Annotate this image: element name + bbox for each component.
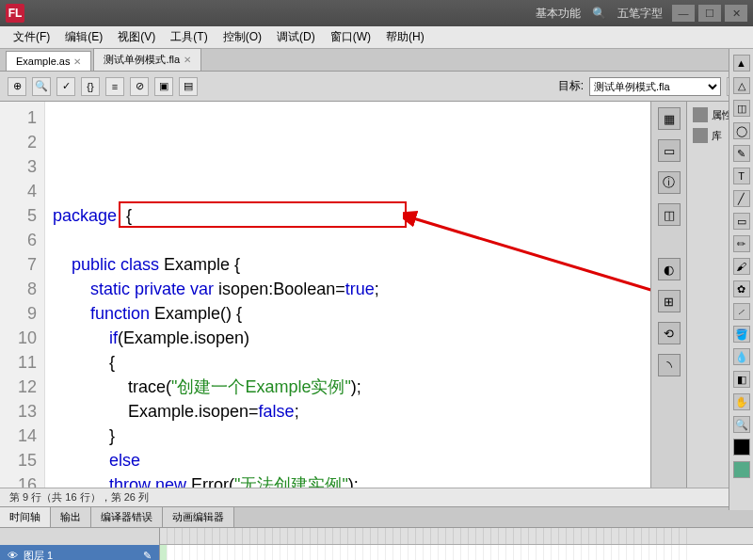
menu-item[interactable]: 编辑(E) bbox=[57, 26, 110, 48]
target-select[interactable]: 测试单例模式.fla bbox=[589, 77, 721, 96]
eyedropper-tool-icon[interactable]: 💧 bbox=[733, 348, 750, 365]
menubar: 文件(F)编辑(E)视图(V)工具(T)控制(O)调试(D)窗口(W)帮助(H) bbox=[0, 26, 753, 49]
lasso-tool-icon[interactable]: ◯ bbox=[733, 122, 750, 139]
library-icon bbox=[693, 128, 708, 143]
selection-tool-icon[interactable]: ▲ bbox=[733, 55, 750, 72]
menu-item[interactable]: 调试(D) bbox=[269, 26, 323, 48]
search-icon[interactable]: 🔍 bbox=[592, 7, 606, 20]
tool-add-icon[interactable]: ⊕ bbox=[8, 77, 26, 96]
code-line[interactable]: Example.isopen=false; bbox=[53, 399, 643, 424]
bottom-tab[interactable]: 时间轴 bbox=[0, 507, 51, 527]
side-icon-panel: ▦ ▭ ⓘ ◫ ◐ ⊞ ⟲ ৲ bbox=[651, 102, 687, 488]
tool-check-icon[interactable]: ✓ bbox=[56, 77, 75, 96]
bottom-tab[interactable]: 动画编辑器 bbox=[163, 507, 234, 527]
code-line[interactable]: package { bbox=[53, 203, 643, 228]
menu-item[interactable]: 文件(F) bbox=[6, 26, 57, 48]
eraser-tool-icon[interactable]: ◧ bbox=[733, 371, 750, 388]
tab-close-icon[interactable]: ✕ bbox=[184, 55, 191, 65]
statusbar: 第 9 行（共 16 行），第 26 列 bbox=[0, 488, 753, 506]
properties-icon bbox=[693, 107, 708, 122]
bottom-tabs: 时间轴输出编译器错误动画编辑器 bbox=[0, 506, 753, 527]
text-tool-icon[interactable]: T bbox=[733, 168, 750, 184]
code-line[interactable]: static private var isopen:Boolean=true; bbox=[53, 277, 643, 301]
bottom-tab[interactable]: 输出 bbox=[51, 507, 91, 527]
code-editor[interactable]: 12345678910111213141516 package { public… bbox=[0, 102, 651, 488]
document-tabs: Example.as✕测试单例模式.fla✕ bbox=[0, 49, 753, 72]
code-line[interactable]: { bbox=[53, 350, 643, 375]
code-line[interactable]: trace("创建一个Example实例"); bbox=[53, 375, 643, 399]
code-line[interactable]: if(Example.isopen) bbox=[53, 326, 643, 350]
code-line[interactable]: function Example() { bbox=[53, 301, 643, 326]
code-line[interactable]: else bbox=[53, 448, 643, 472]
code-line[interactable] bbox=[53, 228, 643, 252]
color-icon[interactable]: ◐ bbox=[658, 258, 681, 280]
timeline-track[interactable] bbox=[160, 545, 753, 560]
menu-item[interactable]: 窗口(W) bbox=[323, 26, 378, 48]
tab-close-icon[interactable]: ✕ bbox=[73, 56, 81, 67]
app-logo: FL bbox=[6, 4, 24, 23]
components-icon[interactable]: ⊞ bbox=[658, 290, 681, 312]
target-label: 目标: bbox=[558, 78, 584, 94]
line-gutter: 12345678910111213141516 bbox=[0, 102, 45, 488]
document-tab[interactable]: 测试单例模式.fla✕ bbox=[93, 48, 201, 71]
info-icon[interactable]: ⓘ bbox=[658, 171, 681, 194]
tool-collapse-icon[interactable]: ▣ bbox=[154, 77, 173, 96]
tool-find-icon[interactable]: 🔍 bbox=[32, 77, 51, 96]
pencil-tool-icon[interactable]: ✏ bbox=[733, 235, 750, 252]
menu-item[interactable]: 控制(O) bbox=[216, 26, 269, 48]
rectangle-tool-icon[interactable]: ▭ bbox=[733, 213, 750, 230]
minimize-button[interactable]: — bbox=[672, 5, 695, 22]
document-tab[interactable]: Example.as✕ bbox=[6, 51, 91, 71]
deco-tool-icon[interactable]: ✿ bbox=[733, 280, 750, 297]
menu-item[interactable]: 工具(T) bbox=[163, 26, 215, 48]
code-line[interactable]: } bbox=[53, 424, 643, 448]
bone-tool-icon[interactable]: ⟋ bbox=[733, 303, 750, 320]
transform-icon[interactable]: ◫ bbox=[658, 203, 681, 226]
close-button[interactable]: ✕ bbox=[725, 5, 747, 22]
pen-tool-icon[interactable]: ✎ bbox=[733, 145, 750, 162]
ime-indicator: 五笔字型 bbox=[617, 6, 663, 22]
tool-comment-icon[interactable]: ⊘ bbox=[130, 77, 149, 96]
titlebar: FL 基本功能 🔍 五笔字型 — ☐ ✕ bbox=[0, 0, 753, 26]
brush-tool-icon[interactable]: 🖌 bbox=[733, 258, 750, 275]
align-icon[interactable]: ▭ bbox=[658, 139, 681, 162]
bottom-tab[interactable]: 编译器错误 bbox=[91, 507, 163, 527]
zoom-tool-icon[interactable]: 🔍 bbox=[733, 416, 750, 433]
tools-panel: ▲ △ ◫ ◯ ✎ T ╱ ▭ ✏ 🖌 ✿ ⟋ 🪣 💧 ◧ ✋ 🔍 bbox=[729, 49, 753, 510]
menu-item[interactable]: 视图(V) bbox=[110, 26, 163, 48]
line-tool-icon[interactable]: ╱ bbox=[733, 190, 750, 207]
fill-color-icon[interactable] bbox=[733, 461, 750, 478]
paint-bucket-tool-icon[interactable]: 🪣 bbox=[733, 326, 750, 343]
tool-brace-icon[interactable]: {} bbox=[81, 77, 100, 96]
tool-format-icon[interactable]: ≡ bbox=[105, 77, 124, 96]
hand-tool-icon[interactable]: ✋ bbox=[733, 393, 750, 410]
layer-visibility-icon[interactable]: 👁 bbox=[8, 550, 18, 560]
timeline-ruler[interactable] bbox=[160, 528, 753, 545]
menu-item[interactable]: 帮助(H) bbox=[378, 26, 432, 48]
subselection-tool-icon[interactable]: △ bbox=[733, 77, 750, 94]
free-transform-tool-icon[interactable]: ◫ bbox=[733, 100, 750, 117]
code-line[interactable]: public class Example { bbox=[53, 252, 643, 277]
swatches-icon[interactable]: ▦ bbox=[658, 107, 681, 130]
maximize-button[interactable]: ☐ bbox=[698, 5, 721, 22]
tool-expand-icon[interactable]: ▤ bbox=[179, 77, 198, 96]
workspace-mode[interactable]: 基本功能 bbox=[536, 6, 581, 22]
stroke-color-icon[interactable] bbox=[733, 439, 750, 456]
editor-toolbar: ⊕ 🔍 ✓ {} ≡ ⊘ ▣ ▤ 目标: 测试单例模式.fla ⟲ bbox=[0, 72, 753, 102]
timeline-layer[interactable]: 👁 图层 1 ✎ bbox=[0, 545, 159, 560]
code-area[interactable]: package { public class Example { static … bbox=[45, 102, 650, 488]
timeline-panel: 👁 图层 1 ✎ bbox=[0, 527, 753, 560]
history-icon[interactable]: ⟲ bbox=[658, 322, 681, 344]
layer-name[interactable]: 图层 1 bbox=[24, 549, 53, 561]
pencil-icon: ✎ bbox=[143, 550, 152, 561]
code-line[interactable]: throw new Error("无法创建实例"); bbox=[53, 472, 643, 488]
brush-icon[interactable]: ৲ bbox=[658, 354, 681, 376]
